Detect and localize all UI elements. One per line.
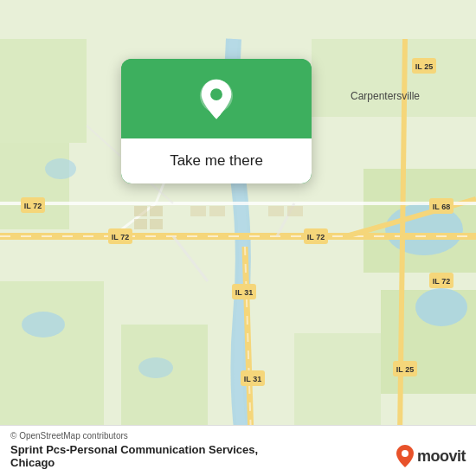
svg-point-12 [45, 158, 76, 179]
svg-rect-8 [294, 333, 381, 437]
svg-rect-45 [134, 206, 147, 216]
location-name: Sprint Pcs-Personal Communication Servic… [10, 443, 396, 469]
moovit-text: moovit [417, 447, 466, 466]
svg-text:IL 25: IL 25 [415, 62, 433, 71]
svg-text:Carpentersville: Carpentersville [351, 90, 420, 102]
location-card: Take me there [121, 59, 312, 183]
svg-rect-46 [150, 206, 163, 216]
svg-text:IL 72: IL 72 [307, 233, 325, 241]
svg-rect-1 [0, 39, 87, 143]
svg-text:IL 25: IL 25 [396, 365, 414, 374]
moovit-logo: moovit [396, 444, 466, 468]
svg-text:IL 72: IL 72 [24, 202, 42, 210]
map-container: IL 72 IL 72 IL 72 IL 25 IL 68 IL 72 IL 3… [0, 0, 476, 476]
svg-text:IL 31: IL 31 [235, 288, 253, 297]
svg-rect-6 [312, 39, 476, 117]
svg-rect-51 [268, 206, 284, 216]
svg-rect-7 [121, 325, 208, 437]
svg-point-55 [210, 88, 222, 100]
svg-rect-52 [287, 206, 303, 216]
svg-rect-3 [0, 281, 104, 437]
svg-point-13 [138, 357, 173, 378]
svg-point-11 [22, 312, 65, 338]
svg-text:IL 72: IL 72 [112, 233, 129, 241]
svg-rect-2 [0, 143, 69, 229]
osm-credit: © OpenStreetMap contributors [10, 431, 466, 441]
card-top [121, 59, 312, 138]
svg-point-56 [402, 450, 408, 457]
svg-text:IL 31: IL 31 [244, 375, 261, 383]
svg-rect-49 [190, 206, 206, 216]
svg-text:IL 68: IL 68 [433, 203, 450, 211]
svg-text:IL 72: IL 72 [433, 277, 450, 286]
location-pin-icon [194, 78, 239, 123]
take-me-there-button[interactable]: Take me there [121, 138, 312, 183]
svg-rect-47 [134, 219, 147, 229]
info-bar: © OpenStreetMap contributors Sprint Pcs-… [0, 425, 476, 476]
moovit-pin-icon [396, 444, 415, 468]
svg-rect-48 [150, 219, 163, 229]
svg-point-10 [415, 288, 467, 326]
svg-rect-50 [209, 206, 225, 216]
